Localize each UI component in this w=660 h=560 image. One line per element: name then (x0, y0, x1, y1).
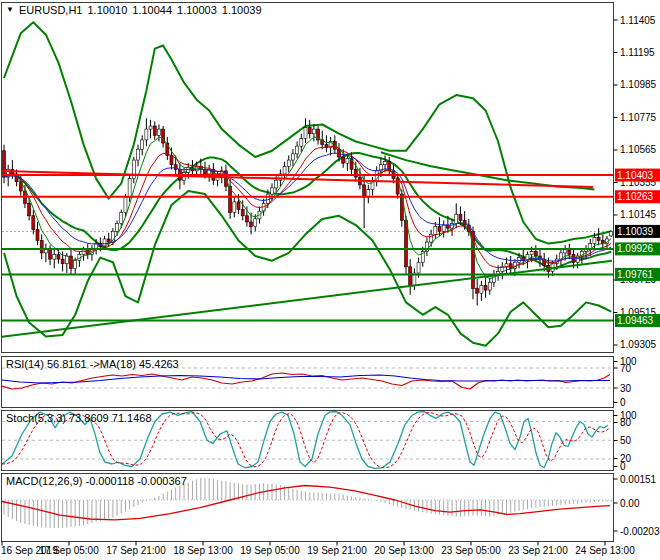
candle-body (28, 203, 31, 215)
candle-body (40, 241, 43, 253)
candle-body (53, 254, 56, 259)
candle-body (120, 213, 123, 224)
candle-body (254, 219, 257, 227)
candle-body (82, 250, 85, 255)
quote-low: 1.10003 (177, 4, 217, 16)
time-axis-label: 19 Sep 05:00 (240, 545, 300, 556)
candle-body (271, 188, 274, 194)
time-axis-label: 23 Sep 05:00 (441, 545, 501, 556)
candle-body (74, 261, 77, 269)
candle-body (434, 227, 437, 235)
candle-body (245, 216, 248, 222)
price-axis-label: 1.09305 (620, 339, 657, 350)
candle-body (107, 239, 110, 242)
price-badge-label: 1.10403 (617, 170, 654, 181)
candle-body (149, 126, 152, 129)
price-axis-label: 1.10775 (620, 112, 657, 123)
price-badge-label: 1.10263 (617, 191, 654, 202)
candle-body (484, 285, 487, 290)
candle-body (312, 129, 315, 134)
candle-body (438, 227, 441, 232)
rsi-axis-label: 0 (620, 397, 626, 408)
candle-body (530, 251, 533, 254)
price-badge-label: 1.09463 (617, 315, 654, 326)
chart-dropdown-icon[interactable]: ▼ (6, 6, 14, 14)
candle-body (459, 214, 462, 220)
candle-body (476, 289, 479, 294)
candle-body (534, 251, 537, 256)
candle-body (237, 202, 240, 210)
macd-axis-label: 0.00 (620, 498, 640, 509)
time-axis-label: 18 Sep 13:00 (173, 545, 233, 556)
candle-body (363, 185, 366, 197)
candle-body (153, 126, 156, 135)
time-axis-label: 24 Sep 13:00 (575, 545, 635, 556)
time-axis-label: 17 Sep 21:00 (106, 545, 166, 556)
price-axis-label: 1.10145 (620, 209, 657, 220)
candle-body (593, 237, 596, 243)
candle-body (296, 146, 299, 154)
candle-body (241, 210, 244, 216)
candle-body (405, 220, 408, 266)
candle-body (518, 258, 521, 263)
candle-body (589, 244, 592, 249)
candle-body (480, 285, 483, 293)
macd-indicator-label: MACD(12,26,9) -0.000118 -0.000367 (6, 475, 187, 487)
price-axis-label: 1.10985 (620, 79, 657, 90)
stoch-axis-label: 0 (620, 461, 626, 472)
stoch-axis-label: 80 (620, 417, 632, 428)
candle-body (564, 250, 567, 253)
candle-body (417, 262, 420, 273)
price-axis-label: 1.11195 (620, 47, 655, 58)
candle-body (488, 282, 491, 290)
candle-body (568, 250, 571, 255)
price-axis-label: 1.11405 (620, 15, 656, 26)
candle-body (116, 224, 119, 232)
candle-body (141, 140, 144, 149)
candle-body (57, 254, 60, 259)
candle-body (275, 180, 278, 188)
candle-body (3, 151, 6, 177)
chart-title-bar: ▼ EURUSD,H1 1.10010 1.10044 1.10003 1.10… (6, 4, 262, 16)
candle-body (266, 194, 269, 203)
macd-axis-label: -0.002036 (620, 526, 660, 537)
candle-body (70, 256, 73, 268)
time-axis-label: 20 Sep 13:00 (374, 545, 434, 556)
candle-body (250, 222, 253, 227)
rsi-indicator-label: RSI(14) 56.8161 ->MA(18) 45.4263 (6, 358, 179, 370)
rsi-axis-label: 30 (620, 383, 632, 394)
price-badge-label: 1.09761 (617, 269, 654, 280)
time-axis-label: 17 Sep 05:00 (39, 545, 99, 556)
price-axis-label: 1.10565 (620, 144, 657, 155)
rsi-axis-label: 70 (620, 363, 632, 374)
candle-body (137, 149, 140, 160)
quote-open: 1.10010 (88, 4, 128, 16)
candle-body (36, 230, 39, 241)
quote-close: 1.10039 (222, 4, 262, 16)
candle-body (291, 154, 294, 160)
candle-body (157, 129, 160, 135)
candle-body (61, 259, 64, 264)
candle-body (300, 138, 303, 146)
candle-body (610, 231, 613, 235)
candle-body (509, 264, 512, 269)
candle-body (128, 179, 131, 198)
candle-body (283, 166, 286, 174)
candle-body (342, 157, 345, 163)
price-badge-label: 1.09926 (617, 243, 654, 254)
candle-body (304, 128, 307, 139)
candle-body (187, 168, 190, 173)
candle-body (597, 237, 600, 240)
candle-body (287, 160, 290, 166)
time-axis-label: 23 Sep 21:00 (508, 545, 568, 556)
candle-body (233, 202, 236, 213)
candle-body (145, 129, 148, 140)
stoch-indicator-label: Stoch(5,3,3) 73.8609 71.1468 (6, 412, 152, 424)
candle (610, 231, 613, 237)
candle-body (32, 216, 35, 230)
candle-body (346, 159, 349, 164)
trading-chart-window: 1.114051.111951.109851.107751.105651.103… (0, 0, 660, 560)
time-axis-label: 19 Sep 21:00 (307, 545, 367, 556)
stoch-axis-label: 50 (620, 435, 632, 446)
symbol-timeframe-label: EURUSD,H1 (19, 4, 83, 16)
